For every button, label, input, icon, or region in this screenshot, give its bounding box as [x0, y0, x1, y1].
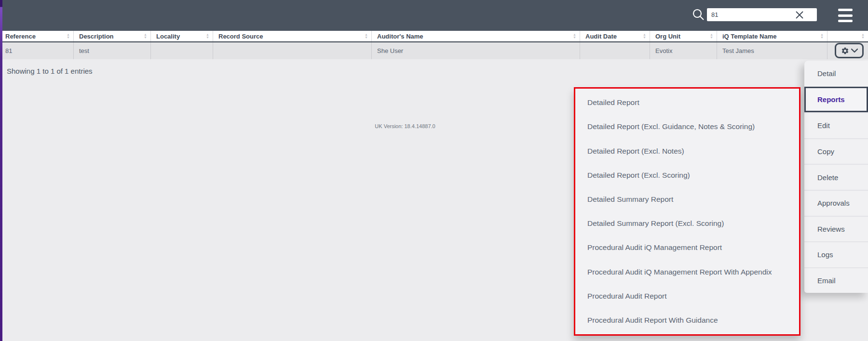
- search-icon: [692, 8, 705, 21]
- column-header-description[interactable]: Description ▲▼: [74, 31, 151, 41]
- chevron-down-icon: [851, 48, 858, 53]
- hamburger-menu-icon[interactable]: [838, 9, 853, 22]
- report-item-detailed-report-excl-guidance-notes-scoring[interactable]: Detailed Report (Excl. Guidance, Notes &…: [575, 115, 799, 139]
- version-text: UK Version: 18.4.14887.0: [333, 123, 477, 129]
- table-header-row: Reference ▲▼ Description ▲▼ Locality ▲▼ …: [0, 31, 868, 42]
- cell-reference: 81: [0, 42, 74, 59]
- row-context-menu: Detail Reports Edit Copy Delete Approval…: [804, 61, 868, 293]
- cell-actions: [827, 42, 868, 59]
- table-row[interactable]: 81 test She User Evotix Test James: [0, 42, 868, 59]
- app-header: [0, 0, 868, 31]
- sort-icon[interactable]: ▲▼: [144, 33, 149, 39]
- column-header-org-unit[interactable]: Org Unit ▲▼: [650, 31, 717, 41]
- report-item-procedural-audit-iq-management-report-with-appendix[interactable]: Procedural Audit iQ Management Report Wi…: [575, 260, 799, 284]
- cell-description: test: [74, 42, 151, 59]
- reports-submenu-highlighted: Detailed Report Detailed Report (Excl. G…: [574, 87, 800, 336]
- menu-item-approvals[interactable]: Approvals: [804, 190, 868, 216]
- menu-item-email[interactable]: Email: [804, 267, 868, 293]
- row-actions-button[interactable]: [835, 43, 864, 58]
- cell-iq-template-name: Test James: [717, 42, 827, 59]
- sort-icon[interactable]: ▲▼: [710, 33, 715, 39]
- menu-item-logs[interactable]: Logs: [804, 241, 868, 267]
- cell-auditors-name: She User: [372, 42, 580, 59]
- entries-summary: Showing 1 to 1 of 1 entries: [7, 67, 93, 75]
- cell-record-source: [213, 42, 372, 59]
- menu-item-edit[interactable]: Edit: [804, 112, 868, 138]
- clear-search-icon[interactable]: [795, 9, 806, 21]
- menu-item-copy[interactable]: Copy: [804, 138, 868, 164]
- sort-icon[interactable]: ▲▼: [365, 33, 369, 39]
- cell-org-unit: Evotix: [650, 42, 717, 59]
- report-item-detailed-summary-report[interactable]: Detailed Summary Report: [575, 187, 799, 211]
- column-header-record-source[interactable]: Record Source ▲▼: [213, 31, 372, 41]
- cell-locality: [151, 42, 213, 59]
- menu-item-reports[interactable]: Reports: [804, 87, 868, 113]
- report-item-detailed-summary-report-excl-scoring[interactable]: Detailed Summary Report (Excl. Scoring): [575, 211, 799, 236]
- column-header-reference[interactable]: Reference ▲▼: [0, 31, 74, 41]
- menu-item-reviews[interactable]: Reviews: [804, 216, 868, 242]
- sort-icon[interactable]: ▲▼: [573, 33, 578, 39]
- sort-icon[interactable]: ▲▼: [643, 33, 648, 39]
- report-item-detailed-report-excl-scoring[interactable]: Detailed Report (Excl. Scoring): [575, 163, 799, 187]
- menu-item-delete[interactable]: Delete: [804, 164, 868, 190]
- column-header-locality[interactable]: Locality ▲▼: [151, 31, 213, 41]
- column-header-audit-date[interactable]: Audit Date ▲▼: [580, 31, 650, 41]
- sort-icon[interactable]: ▲▼: [820, 33, 825, 39]
- menu-item-detail[interactable]: Detail: [804, 61, 868, 87]
- cell-audit-date: [580, 42, 650, 59]
- left-accent-bar: [0, 0, 2, 341]
- audits-table: Reference ▲▼ Description ▲▼ Locality ▲▼ …: [0, 31, 868, 59]
- report-item-procedural-audit-report-with-guidance[interactable]: Procedural Audit Report With Guidance: [575, 308, 799, 332]
- column-header-iq-template-name[interactable]: iQ Template Name ▲▼: [717, 31, 827, 41]
- report-item-detailed-report[interactable]: Detailed Report: [575, 91, 799, 115]
- report-item-detailed-report-excl-notes[interactable]: Detailed Report (Excl. Notes): [575, 139, 799, 163]
- sort-icon[interactable]: ▲▼: [861, 33, 866, 39]
- sort-icon[interactable]: ▲▼: [206, 33, 211, 39]
- report-item-procedural-audit-iq-management-report[interactable]: Procedural Audit iQ Management Report: [575, 236, 799, 260]
- report-item-procedural-audit-report[interactable]: Procedural Audit Report: [575, 284, 799, 308]
- sort-icon[interactable]: ▲▼: [67, 33, 71, 39]
- column-header-auditors-name[interactable]: Auditor's Name ▲▼: [372, 31, 580, 41]
- gear-icon: [841, 47, 849, 55]
- column-header-actions: ▲▼: [827, 31, 868, 41]
